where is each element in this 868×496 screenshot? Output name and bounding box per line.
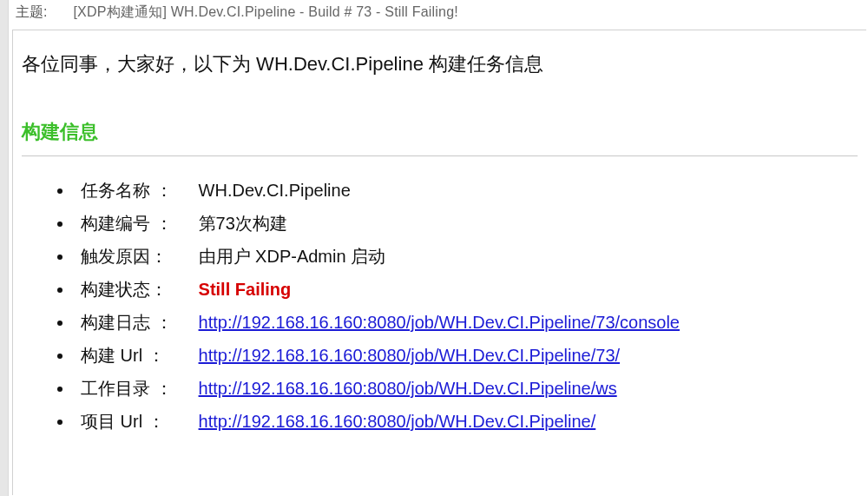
value-build-status: Still Failing <box>199 280 292 299</box>
email-body: 各位同事，大家好，以下为 WH.Dev.CI.Pipeline 构建任务信息 构… <box>12 30 866 495</box>
label-project-url: 项目 Url ： <box>81 405 194 438</box>
link-workspace[interactable]: http://192.168.16.160:8080/job/WH.Dev.CI… <box>199 379 617 398</box>
link-project-url[interactable]: http://192.168.16.160:8080/job/WH.Dev.CI… <box>199 412 596 431</box>
subject-row: 主题: [XDP构建通知] WH.Dev.CI.Pipeline - Build… <box>16 3 458 22</box>
label-build-status: 构建状态： <box>81 273 194 306</box>
list-item-build-url: 构建 Url ： http://192.168.16.160:8080/job/… <box>74 339 858 372</box>
label-workspace: 工作目录 ： <box>81 372 194 405</box>
label-build-log: 构建日志 ： <box>81 306 194 339</box>
subject-label: 主题: <box>16 3 47 22</box>
label-build-number: 构建编号 ： <box>81 207 194 240</box>
list-item-build-number: 构建编号 ： 第73次构建 <box>74 207 858 240</box>
value-build-number: 第73次构建 <box>199 214 287 233</box>
build-info-list: 任务名称 ： WH.Dev.CI.Pipeline 构建编号 ： 第73次构建 … <box>22 174 858 438</box>
value-trigger-cause: 由用户 XDP-Admin 启动 <box>199 247 386 266</box>
divider <box>22 155 858 156</box>
list-item-task-name: 任务名称 ： WH.Dev.CI.Pipeline <box>74 174 858 207</box>
list-item-build-log: 构建日志 ： http://192.168.16.160:8080/job/WH… <box>74 306 858 339</box>
left-rail <box>0 0 9 496</box>
value-task-name: WH.Dev.CI.Pipeline <box>199 181 351 200</box>
label-build-url: 构建 Url ： <box>81 339 194 372</box>
link-build-log[interactable]: http://192.168.16.160:8080/job/WH.Dev.CI… <box>199 313 680 332</box>
list-item-project-url: 项目 Url ： http://192.168.16.160:8080/job/… <box>74 405 858 438</box>
greeting-text: 各位同事，大家好，以下为 WH.Dev.CI.Pipeline 构建任务信息 <box>22 51 858 77</box>
list-item-build-status: 构建状态： Still Failing <box>74 273 858 306</box>
list-item-workspace: 工作目录 ： http://192.168.16.160:8080/job/WH… <box>74 372 858 405</box>
list-item-trigger-cause: 触发原因： 由用户 XDP-Admin 启动 <box>74 240 858 273</box>
label-trigger-cause: 触发原因： <box>81 240 194 273</box>
link-build-url[interactable]: http://192.168.16.160:8080/job/WH.Dev.CI… <box>199 346 621 365</box>
subject-value: [XDP构建通知] WH.Dev.CI.Pipeline - Build # 7… <box>73 3 457 22</box>
section-header-build-info: 构建信息 <box>22 119 858 145</box>
label-task-name: 任务名称 ： <box>81 174 194 207</box>
